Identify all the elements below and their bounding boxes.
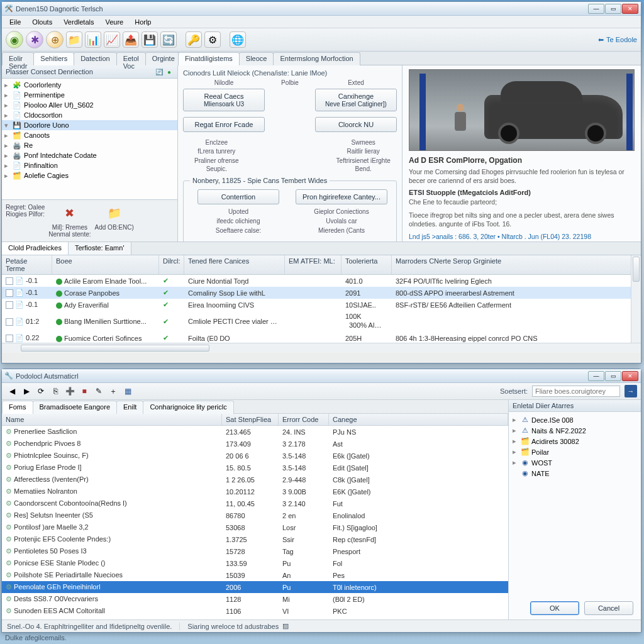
tree-item[interactable]: ▸📄Piooloo Aller Uf)_S602: [2, 100, 177, 110]
reset-error-button[interactable]: Regat Enror Fcade: [183, 117, 265, 132]
titlebar-2[interactable]: 🔧 Podolocl Autsrnaticrl — ▭ ✕: [2, 369, 641, 383]
minimize-button[interactable]: —: [588, 4, 604, 14]
rtree-expand-icon[interactable]: ▸: [513, 426, 520, 435]
toolbar-chart-icon[interactable]: 📈: [104, 31, 120, 48]
maximize-button[interactable]: ▭: [605, 4, 621, 14]
list-row[interactable]: ⚙Caondorscent Cobontooína(Redns I)11, 00…: [2, 497, 508, 509]
list-row[interactable]: ⚙Sunoden EES ACM Coltoritall1106VIPKC: [2, 605, 508, 617]
l2h-2[interactable]: Errorr Code: [279, 414, 329, 425]
tree-item[interactable]: ▸🖨️Re: [2, 140, 177, 150]
menu-file[interactable]: Eile: [4, 17, 26, 27]
grid-row[interactable]: 📄 -0.1Aclile Earom Elnade Tool...✔Ciure …: [2, 275, 641, 287]
cancel-button[interactable]: Cancel: [584, 601, 633, 615]
tb2-copy-icon[interactable]: ⎘: [49, 385, 62, 397]
search-go-button[interactable]: →: [625, 385, 637, 397]
tab2-enilt[interactable]: Enilt: [116, 401, 143, 414]
subtab-finat[interactable]: Finatdiligistems: [178, 52, 240, 65]
tree-item[interactable]: ▸🖨️Ponf Intedchate Codate: [2, 150, 177, 160]
list-row[interactable]: ⚙Atferectless (Iventen(Pr)1 2 26.052.9-4…: [2, 474, 508, 486]
toolbar-export-icon[interactable]: 📤: [123, 31, 139, 48]
subtab-sleoce[interactable]: Sleoce: [239, 52, 274, 65]
tb2-wand-icon[interactable]: ✎: [92, 385, 105, 397]
menu-verdletals[interactable]: Verdletals: [58, 17, 99, 27]
minimize-button-2[interactable]: —: [588, 371, 604, 381]
list-row[interactable]: ⚙Dests SS8.7 O0Vecrvariers1128Mi(B0l 2 E…: [2, 593, 508, 605]
tree-item[interactable]: ▸📄Pinfinaltion: [2, 160, 177, 170]
rtree-expand-icon[interactable]: ▸: [513, 448, 520, 456]
tree-add-icon[interactable]: ●: [165, 67, 174, 76]
menu-help[interactable]: Horlp: [130, 17, 156, 27]
subtab-datection[interactable]: Datection: [74, 52, 116, 65]
tb2-list-icon[interactable]: ▦: [121, 385, 134, 397]
clock-button[interactable]: Cloorck NU: [315, 117, 397, 132]
list-row[interactable]: ⚙Poriug Erlase Prode I]15. 80.53.5-148Ed…: [2, 462, 508, 474]
subtab-orginte[interactable]: Orginte: [145, 52, 182, 65]
tb2-add-icon[interactable]: ➕: [64, 385, 76, 397]
list-row[interactable]: ⚙Pontilosf )are Maelle 3,253068LosrFit.)…: [2, 521, 508, 533]
list-row[interactable]: ⚙Pentioletes 50 Poses I315728TagPnesport: [2, 545, 508, 557]
toolbar-link[interactable]: ⬅Te Eodole: [598, 36, 637, 44]
grid-tab-terf[interactable]: Terfioste: Eamn': [69, 242, 131, 255]
row-checkbox[interactable]: [6, 277, 13, 285]
list-row[interactable]: ⚙Mematiies Nolranton10.201123 9.00BE6K (…: [2, 486, 508, 497]
rtree-expand-icon[interactable]: ▸: [513, 416, 520, 424]
tree-expand-icon[interactable]: ▾: [4, 121, 12, 130]
menu-veure[interactable]: Veure: [100, 17, 128, 27]
grid-row[interactable]: 📄 -0.1Ady Eraverifial✔Eirea Inoomiing CI…: [2, 299, 641, 311]
tree-item[interactable]: ▸🧩Coorlorlenty: [2, 80, 177, 90]
gh-4[interactable]: EM ATFEI: ML:: [285, 255, 341, 274]
l2h-0[interactable]: Name: [2, 414, 222, 425]
gh-2[interactable]: Dilrcl:: [159, 255, 184, 274]
tree-refresh-icon[interactable]: 🔄: [155, 67, 164, 76]
toolbar-settings-icon[interactable]: ⚙: [204, 31, 221, 48]
subtab-eetolvoc[interactable]: Eetol Voc: [116, 52, 146, 65]
tab2-foms[interactable]: Foms: [2, 401, 33, 414]
subtab-enter[interactable]: Entermslong Morfoction: [273, 52, 360, 65]
tab2-bram[interactable]: Bramadisoete Eangore: [33, 401, 118, 414]
folder-icon[interactable]: 📁: [105, 204, 124, 223]
row-checkbox[interactable]: [6, 289, 13, 297]
tree-expand-icon[interactable]: ▸: [4, 142, 12, 150]
grid-row[interactable]: 📄 -0.1Corase Panpobes✔Comaliny Ssop Liie…: [2, 287, 641, 299]
subtab-eolir[interactable]: Eolir Sendr: [2, 52, 34, 65]
gh-0[interactable]: Petaśe Terme: [2, 255, 52, 274]
tb2-back-icon[interactable]: ◀: [6, 385, 18, 397]
ok-button[interactable]: OK: [530, 601, 579, 615]
tree-item[interactable]: ▸🗂️Aolefie Cagies: [2, 170, 177, 180]
tree-expand-icon[interactable]: ▸: [4, 101, 12, 109]
toolbar-read-icon[interactable]: ⊕: [46, 31, 64, 48]
tree-item[interactable]: ▸📄Perminentipe: [2, 90, 177, 100]
info-link[interactable]: Lnd js5 >anails : 686. 3, 20ter • Nltarc…: [409, 232, 635, 241]
gh-1[interactable]: Boee: [52, 255, 159, 274]
rtree-expand-icon[interactable]: ▸: [513, 458, 520, 467]
tree-expand-icon[interactable]: ▸: [4, 152, 12, 160]
grid-row[interactable]: 📄 0.22Fuomice Corteri Sofinces✔Foilta (E…: [2, 332, 641, 343]
row-checkbox[interactable]: [6, 318, 13, 326]
rtree-expand-icon[interactable]: ▸: [513, 437, 520, 445]
tree-expand-icon[interactable]: ▸: [4, 172, 12, 180]
tb2-stop-icon[interactable]: ■: [78, 385, 91, 397]
list-row[interactable]: ⚙Ponicse ESE Stanle Plodec ()133.59PuFol: [2, 557, 508, 569]
close-button-2[interactable]: ✕: [622, 371, 638, 381]
tb2-plus-icon[interactable]: ＋: [107, 385, 119, 397]
subtab-sehitiers[interactable]: Sehitiers: [33, 52, 74, 65]
tree-item[interactable]: ▾💾Doorlore Uono: [2, 120, 177, 130]
grid-vscroll[interactable]: [631, 255, 641, 353]
tb2-refresh-icon[interactable]: ⟳: [35, 385, 47, 397]
delete-icon[interactable]: ✖: [60, 204, 79, 223]
close-button[interactable]: ✕: [622, 4, 638, 14]
toolbar-folder-icon[interactable]: 📁: [66, 31, 82, 48]
tree-expand-icon[interactable]: ▸: [4, 111, 12, 119]
toolbar-save-icon[interactable]: 💾: [142, 31, 158, 48]
rtree-item[interactable]: ▸🗂️Acidirets 30082: [510, 436, 640, 447]
row-checkbox[interactable]: [6, 335, 13, 342]
tree-item[interactable]: ▸📄Cldocsortlon: [2, 110, 177, 120]
tree-expand-icon[interactable]: ▸: [4, 131, 12, 140]
toolbar-key-icon[interactable]: 🔑: [186, 31, 202, 48]
list-row[interactable]: ⚙Poilshote SE Periadirtalle Nuecioes1503…: [2, 569, 508, 581]
change-button[interactable]: CarxihengeNeve Ersel Catiginer]): [315, 89, 397, 111]
contention-button[interactable]: Conterrtion: [197, 189, 279, 204]
tab2-conh[interactable]: Conharignoice lity periclc: [143, 401, 233, 414]
toolbar-scan-icon[interactable]: ✱: [26, 31, 43, 48]
toolbar-refresh-icon[interactable]: 🔄: [160, 31, 177, 48]
